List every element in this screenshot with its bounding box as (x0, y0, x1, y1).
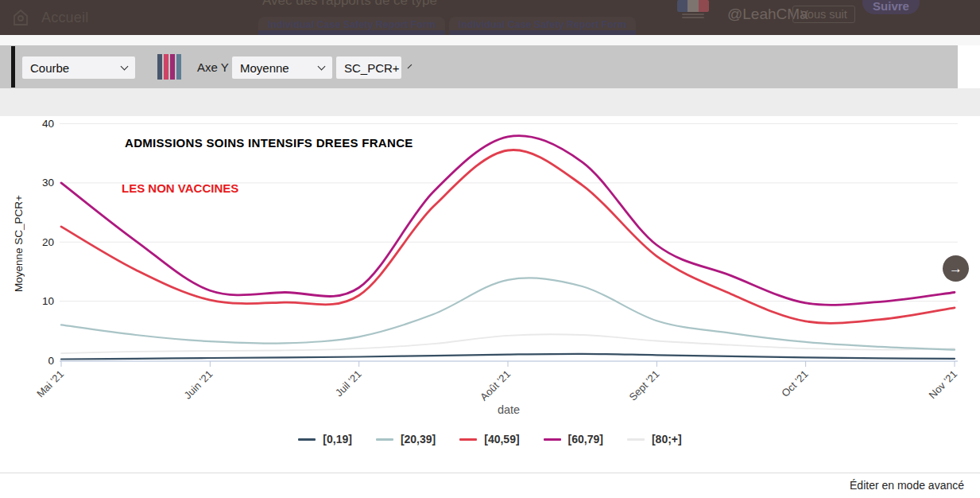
dark-overlay-header: Accueil Avec des rapports de ce type Ind… (0, 0, 980, 35)
follows-you-badge: Vous suit (792, 6, 855, 23)
chart-panel: ADMISSIONS SOINS INTENSIFS DREES FRANCE … (0, 116, 980, 473)
x-tick-label: Nov '21 (927, 368, 959, 401)
background-reports-text: Avec des rapports de ce type (262, 0, 437, 9)
y-tick-label: 30 (42, 177, 54, 189)
color-palette-icon[interactable] (157, 54, 181, 80)
column-select[interactable]: SC_PCR+ (336, 56, 401, 79)
background-report-card-1: Individual Case Safety Report Form (258, 17, 445, 35)
legend-item-[80;+][interactable]: [80;+] (627, 433, 682, 445)
series-line-[0,19] (61, 354, 955, 360)
light-band (0, 88, 980, 116)
legend-swatch (544, 438, 561, 441)
follow-button[interactable]: Suivre (862, 0, 920, 14)
x-tick-label: Août '21 (478, 368, 513, 403)
chart-type-select[interactable]: Courbe (22, 56, 135, 79)
y-axis-title: Moyenne SC_PCR+ (13, 148, 25, 339)
aggregation-select[interactable]: Moyenne (232, 56, 332, 79)
legend-swatch (627, 438, 645, 441)
y-tick-label: 10 (42, 295, 54, 307)
next-arrow-button[interactable]: → (943, 255, 969, 282)
legend-label: [20,39] (401, 433, 436, 445)
nav-accueil[interactable]: Accueil (41, 10, 88, 26)
gap-strip (0, 35, 980, 45)
x-axis-title: date (449, 403, 568, 416)
legend-item-[40,59][interactable]: [40,59] (459, 433, 519, 445)
chevron-down-icon (121, 63, 129, 71)
series-line-[40,59] (61, 150, 955, 323)
legend-swatch (298, 438, 316, 441)
legend-item-[20,39][interactable]: [20,39] (376, 433, 436, 445)
x-tick-label: Juin '21 (181, 368, 215, 402)
series-line-[20,39] (61, 278, 955, 349)
footer-divider (0, 473, 980, 473)
y-tick-label: 40 (42, 118, 54, 130)
legend-label: [60,79] (568, 433, 603, 445)
legend-label: [0,19] (323, 433, 352, 445)
line-chart: 010203040Mai '21Juin '21Juil '21Août '21… (0, 116, 980, 428)
chevron-down-icon (407, 64, 412, 69)
x-tick-label: Sept '21 (626, 368, 661, 403)
x-tick-label: Oct '21 (779, 368, 810, 399)
legend-item-[60,79][interactable]: [60,79] (544, 433, 603, 445)
chevron-down-icon (318, 63, 326, 71)
legend-label: [80;+] (652, 433, 682, 445)
chart-legend: [0,19][20,39][40,59][60,79][80;+] (0, 433, 980, 445)
toolbar-accent-bar (11, 46, 15, 88)
legend-label: [40,59] (484, 433, 519, 445)
background-report-card-2: Individual Case Safety Report Form (449, 17, 636, 35)
x-tick-label: Mai '21 (34, 368, 66, 400)
x-tick-label: Juil '21 (333, 368, 364, 399)
y-tick-label: 0 (48, 355, 54, 367)
axis-y-label: Axe Y (197, 60, 229, 74)
y-tick-label: 20 (42, 236, 54, 248)
advanced-edit-link[interactable]: Éditer en mode avancé (850, 479, 964, 492)
legend-swatch (459, 438, 477, 441)
chart-toolbar: Courbe Axe Y Moyenne SC_PCR+ (0, 45, 958, 88)
home-icon[interactable] (13, 9, 29, 26)
legend-swatch (376, 438, 393, 441)
avatar (677, 0, 709, 21)
screen: Accueil Avec des rapports de ce type Ind… (0, 0, 980, 498)
legend-item-[0,19][interactable]: [0,19] (298, 433, 352, 445)
